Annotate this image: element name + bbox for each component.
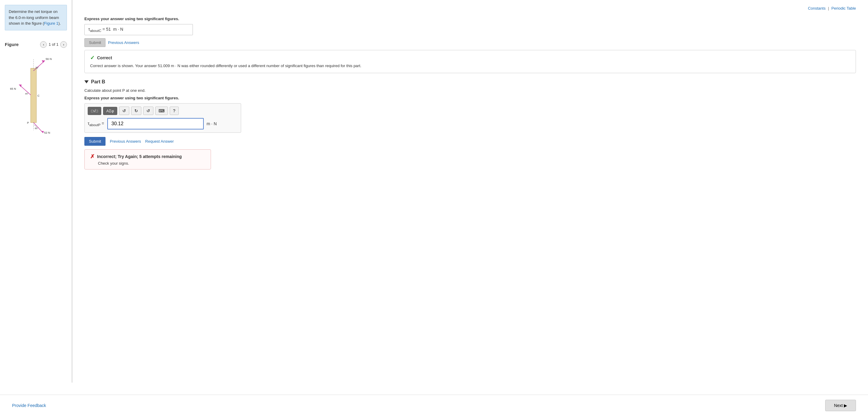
check-icon: ✓ <box>90 55 95 61</box>
correct-body: Correct answer is shown. Your answer 51.… <box>90 63 850 69</box>
part-a-answer-row: τaboutC = 51 m · N <box>84 24 856 35</box>
template-button[interactable]: □√□ <box>88 107 101 115</box>
request-answer-link[interactable]: Request Answer <box>145 139 174 144</box>
incorrect-feedback-box: ✗ Incorrect; Try Again; 5 attempts remai… <box>84 149 211 170</box>
part-b-submit-row: Submit Previous Answers Request Answer <box>84 137 856 146</box>
x-icon: ✗ <box>90 153 95 160</box>
collapse-icon[interactable] <box>84 80 89 83</box>
svg-text:P: P <box>27 121 29 124</box>
svg-marker-14 <box>41 131 44 133</box>
help-button[interactable]: ? <box>170 107 179 115</box>
unit-label: m · N <box>207 121 217 126</box>
part-b-submit-button[interactable]: Submit <box>84 137 105 146</box>
part-a-submit-button[interactable]: Submit <box>84 38 105 47</box>
incorrect-body: Check your signs. <box>98 161 205 166</box>
part-a-answer-display: τaboutC = 51 m · N <box>84 24 193 35</box>
svg-marker-3 <box>42 60 45 63</box>
problem-statement: Determine the net torque on the 6.0-m-lo… <box>5 5 67 30</box>
part-b-express-label: Express your answer using two significan… <box>84 96 856 100</box>
symbols-button[interactable]: ΑΣφ <box>103 107 117 115</box>
figure-link[interactable]: Figure 1 <box>44 21 59 26</box>
figure-nav: ‹ 1 of 1 › <box>40 41 67 48</box>
math-input-field[interactable] <box>107 118 204 130</box>
next-button[interactable]: Next ▶ <box>825 400 856 411</box>
math-input-row: τaboutP = m · N <box>88 118 238 130</box>
part-a-submit-row: Submit Previous Answers <box>84 38 856 47</box>
redo-button[interactable]: ↻ <box>131 107 141 115</box>
correct-label: Correct <box>97 56 112 60</box>
correct-feedback-box: ✓ Correct Correct answer is shown. Your … <box>84 50 856 73</box>
figure-page: 1 of 1 <box>49 42 59 47</box>
svg-text:60°: 60° <box>35 127 38 130</box>
figure-title: Figure <box>5 42 19 47</box>
figure-next-button[interactable]: › <box>60 41 67 48</box>
figure-section: Figure ‹ 1 of 1 › <box>5 41 67 141</box>
svg-text:65 N: 65 N <box>10 87 16 90</box>
svg-text:56 N: 56 N <box>46 57 52 60</box>
svg-text:C: C <box>37 94 39 97</box>
link-separator: | <box>828 6 829 10</box>
svg-text:45°: 45° <box>25 92 29 95</box>
keyboard-button[interactable]: ⌨ <box>155 107 168 115</box>
incorrect-label: Incorrect; Try Again; 5 attempts remaini… <box>97 154 182 159</box>
figure-prev-button[interactable]: ‹ <box>40 41 47 48</box>
part-a-previous-answers-link[interactable]: Previous Answers <box>108 40 139 45</box>
calculate-text: Calculate about point P at one end. <box>84 88 856 93</box>
top-links: Constants | Periodic Table <box>84 6 856 10</box>
part-b-label: Part B <box>91 79 105 84</box>
undo-button[interactable]: ↺ <box>119 107 129 115</box>
provide-feedback-link[interactable]: Provide Feedback <box>12 403 46 408</box>
part-a-express-label: Express your answer using two significan… <box>84 16 856 21</box>
constants-link[interactable]: Constants <box>808 6 826 10</box>
svg-text:30°: 30° <box>35 66 39 69</box>
periodic-table-link[interactable]: Periodic Table <box>832 6 856 10</box>
part-b-header: Part B <box>84 79 856 84</box>
tau-label: τaboutP = <box>88 121 104 127</box>
svg-text:52 N: 52 N <box>44 131 50 134</box>
math-toolbar: □√□ ΑΣφ ↺ ↻ ↺ ⌨ ? <box>88 107 238 115</box>
part-b-previous-answers-link[interactable]: Previous Answers <box>110 139 141 144</box>
figure-diagram: 56 N 30° 65 N 45° C P <box>5 50 67 141</box>
reset-button[interactable]: ↺ <box>143 107 153 115</box>
svg-rect-0 <box>31 68 36 122</box>
footer: Provide Feedback Next ▶ <box>0 395 868 416</box>
math-toolbar-box: □√□ ΑΣφ ↺ ↻ ↺ ⌨ ? τaboutP = m · N <box>84 103 241 133</box>
